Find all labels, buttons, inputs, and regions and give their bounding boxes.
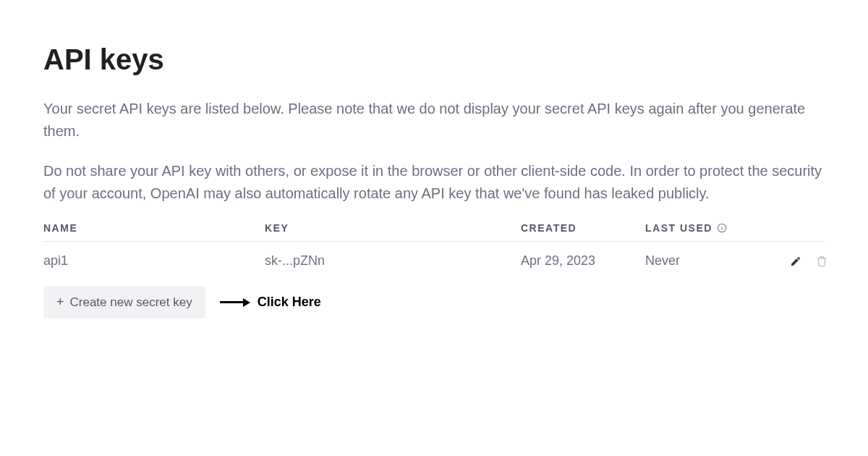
- header-lastused: LAST USED: [645, 222, 790, 234]
- svg-point-2: [721, 226, 722, 227]
- annotation: Click Here: [220, 295, 321, 310]
- cell-actions: [790, 256, 833, 267]
- header-key: KEY: [265, 222, 521, 234]
- table-header: NAME KEY CREATED LAST USED: [43, 222, 825, 242]
- trash-icon[interactable]: [816, 256, 827, 267]
- description-paragraph-1: Your secret API keys are listed below. P…: [43, 98, 825, 143]
- header-created: CREATED: [521, 222, 645, 234]
- api-keys-table: NAME KEY CREATED LAST USED api1 sk-...pZ…: [43, 222, 825, 318]
- create-row: + Create new secret key Click Here: [43, 286, 825, 318]
- plus-icon: +: [56, 295, 64, 310]
- header-name: NAME: [43, 222, 265, 234]
- info-icon[interactable]: [717, 223, 727, 233]
- create-button-label: Create new secret key: [70, 295, 192, 310]
- arrow-icon: [220, 298, 250, 307]
- edit-icon[interactable]: [790, 256, 801, 267]
- cell-lastused: Never: [645, 253, 790, 269]
- cell-created: Apr 29, 2023: [521, 253, 645, 269]
- description-paragraph-2: Do not share your API key with others, o…: [43, 160, 825, 205]
- header-lastused-label: LAST USED: [645, 222, 712, 234]
- annotation-text: Click Here: [258, 295, 321, 310]
- table-row: api1 sk-...pZNn Apr 29, 2023 Never: [43, 242, 825, 280]
- cell-key: sk-...pZNn: [265, 253, 521, 269]
- cell-name: api1: [43, 253, 265, 269]
- create-secret-key-button[interactable]: + Create new secret key: [43, 286, 205, 318]
- page-title: API keys: [43, 43, 825, 76]
